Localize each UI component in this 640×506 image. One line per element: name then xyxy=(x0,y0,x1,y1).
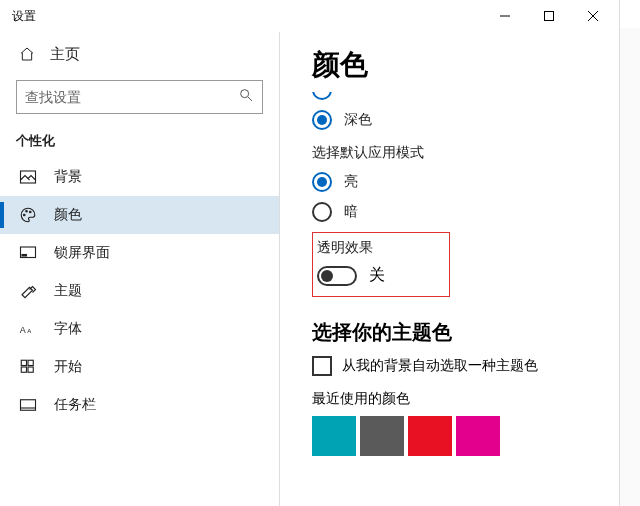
app-mode-heading: 选择默认应用模式 xyxy=(312,144,619,162)
font-icon: AA xyxy=(18,320,38,338)
nav-start[interactable]: 开始 xyxy=(0,348,279,386)
color-swatch[interactable] xyxy=(408,416,452,456)
transparency-toggle-row: 关 xyxy=(317,265,439,286)
body: 主页 个性化 背景 xyxy=(0,32,619,506)
nav-taskbar[interactable]: 任务栏 xyxy=(0,386,279,424)
svg-point-7 xyxy=(24,214,26,216)
svg-rect-1 xyxy=(545,12,554,21)
svg-rect-11 xyxy=(22,255,27,257)
window-title: 设置 xyxy=(12,8,483,25)
close-button[interactable] xyxy=(571,1,615,31)
sidebar: 主页 个性化 背景 xyxy=(0,32,280,506)
option-label: 深色 xyxy=(344,111,372,129)
minimize-button[interactable] xyxy=(483,1,527,31)
radio-checked-icon xyxy=(312,172,332,192)
content-pane: 颜色 深色 选择默认应用模式 亮 暗 透明效果 关 xyxy=(280,32,619,506)
recent-color-swatches xyxy=(312,416,619,456)
nav-label: 字体 xyxy=(54,320,82,338)
nav-label: 任务栏 xyxy=(54,396,96,414)
settings-window: 设置 主页 xyxy=(0,0,620,506)
transparency-toggle[interactable] xyxy=(317,266,357,286)
lockscreen-icon xyxy=(18,244,38,262)
svg-line-5 xyxy=(248,97,252,101)
svg-text:A: A xyxy=(27,328,31,334)
svg-rect-14 xyxy=(21,360,26,365)
svg-point-9 xyxy=(30,211,32,213)
offscreen-strip xyxy=(620,28,640,506)
svg-point-4 xyxy=(241,90,249,98)
search-wrap xyxy=(0,72,279,128)
maximize-button[interactable] xyxy=(527,1,571,31)
transparency-heading: 透明效果 xyxy=(317,239,439,257)
radio-checked-icon xyxy=(312,110,332,130)
home-nav[interactable]: 主页 xyxy=(0,36,279,72)
nav-label: 背景 xyxy=(54,168,82,186)
search-icon xyxy=(238,87,254,107)
start-icon xyxy=(18,358,38,376)
picture-icon xyxy=(18,168,38,186)
nav-fonts[interactable]: AA 字体 xyxy=(0,310,279,348)
transparency-callout: 透明效果 关 xyxy=(312,232,450,297)
titlebar: 设置 xyxy=(0,0,619,32)
nav-label: 颜色 xyxy=(54,206,82,224)
svg-point-8 xyxy=(26,211,28,213)
search-box[interactable] xyxy=(16,80,263,114)
checkbox-label: 从我的背景自动选取一种主题色 xyxy=(342,357,538,375)
color-swatch[interactable] xyxy=(456,416,500,456)
app-mode-dark-option[interactable]: 暗 xyxy=(312,202,619,222)
nav-themes[interactable]: 主题 xyxy=(0,272,279,310)
app-mode-light-option[interactable]: 亮 xyxy=(312,172,619,192)
color-swatch[interactable] xyxy=(360,416,404,456)
svg-rect-15 xyxy=(28,360,33,365)
search-input[interactable] xyxy=(25,89,238,105)
svg-rect-18 xyxy=(21,400,36,411)
palette-icon xyxy=(18,206,38,224)
toggle-state-label: 关 xyxy=(369,265,385,286)
home-label: 主页 xyxy=(50,45,80,64)
toggle-knob xyxy=(321,270,333,282)
page-title: 颜色 xyxy=(312,46,619,84)
windows-mode-option-cutoff[interactable] xyxy=(312,90,619,100)
svg-text:A: A xyxy=(20,325,26,335)
theme-icon xyxy=(18,282,38,300)
nav-list: 背景 颜色 锁屏界面 xyxy=(0,158,279,424)
nav-label: 主题 xyxy=(54,282,82,300)
taskbar-icon xyxy=(18,396,38,414)
nav-label: 锁屏界面 xyxy=(54,244,110,262)
color-swatch[interactable] xyxy=(312,416,356,456)
option-label: 亮 xyxy=(344,173,358,191)
svg-rect-17 xyxy=(28,367,33,372)
home-icon xyxy=(18,46,36,62)
nav-background[interactable]: 背景 xyxy=(0,158,279,196)
nav-lockscreen[interactable]: 锁屏界面 xyxy=(0,234,279,272)
option-label: 暗 xyxy=(344,203,358,221)
nav-colors[interactable]: 颜色 xyxy=(0,196,279,234)
recent-colors-heading: 最近使用的颜色 xyxy=(312,390,619,408)
checkbox-icon xyxy=(312,356,332,376)
svg-rect-16 xyxy=(21,367,26,372)
category-label: 个性化 xyxy=(0,128,279,158)
accent-heading: 选择你的主题色 xyxy=(312,319,619,346)
radio-icon xyxy=(312,202,332,222)
auto-accent-row[interactable]: 从我的背景自动选取一种主题色 xyxy=(312,356,619,376)
nav-label: 开始 xyxy=(54,358,82,376)
windows-mode-dark-option[interactable]: 深色 xyxy=(312,110,619,130)
